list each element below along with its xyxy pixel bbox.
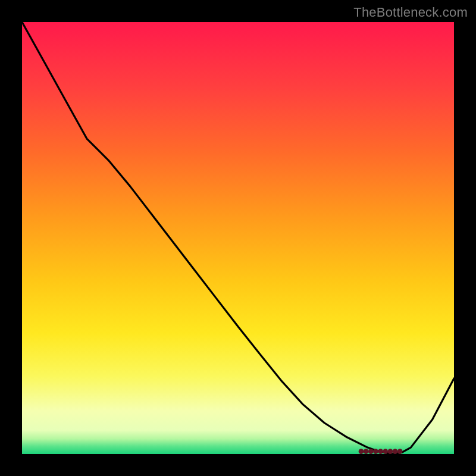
svg-point-3 [373,449,378,454]
svg-point-6 [388,449,393,454]
chart-svg [22,22,454,454]
svg-point-7 [393,449,398,454]
chart-marker [359,449,403,454]
svg-point-4 [378,449,383,454]
chart-background-gradient [22,22,454,454]
svg-point-2 [368,449,374,454]
svg-point-0 [359,449,364,454]
svg-point-8 [397,449,403,454]
svg-point-5 [383,449,388,454]
chart-root: { "watermark": "TheBottleneck.com", "cha… [0,0,476,476]
svg-point-1 [364,449,369,454]
chart-plot-area [22,22,454,454]
watermark-text: TheBottleneck.com [353,5,468,20]
